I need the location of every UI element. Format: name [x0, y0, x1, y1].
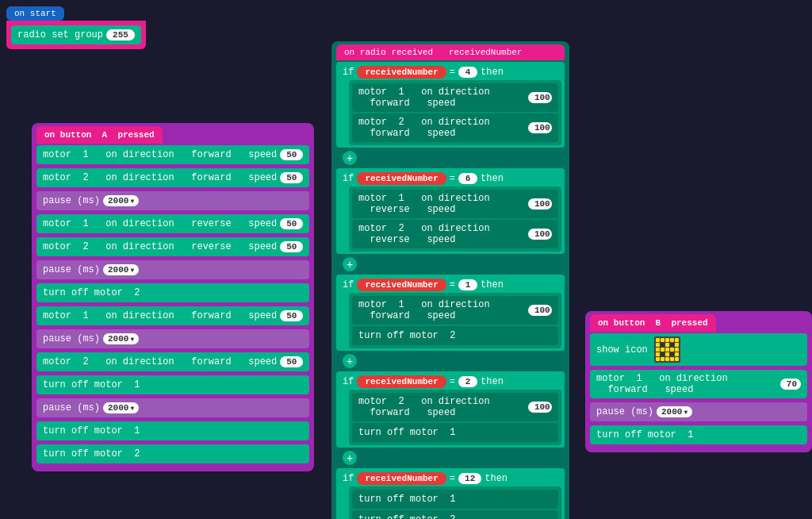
turn-off-motor1-r1: turn off motor 1: [352, 423, 558, 442]
motor1-forward-50-2: motor 1 on direction forward speed 50: [36, 306, 309, 325]
turn-off-motor2-r2: turn off motor 2: [352, 510, 558, 519]
if-inner-3: motor 1 on direction forward speed 100 t…: [349, 293, 561, 348]
turn-off-motor1-1: turn off motor 1: [36, 375, 309, 394]
add-button-3[interactable]: +: [343, 354, 357, 368]
on-radio-received-label: on radio received receivedNumber: [344, 48, 522, 57]
if-condition-2: if receivedNumber = 6 then: [339, 171, 561, 186]
val-1[interactable]: 1: [458, 279, 477, 290]
pause-2000-3: pause (ms) 2000 ▼: [36, 329, 309, 348]
turn-off-motor2-2: turn off motor 2: [36, 444, 309, 463]
button-a-outer: on button A pressed motor 1 on direction…: [32, 123, 314, 471]
if-block-4: if receivedNumber = 2 then motor 2 on di…: [336, 371, 565, 448]
on-button-a-hat: on button A pressed: [36, 126, 163, 144]
pause-2000-4: pause (ms) 2000 ▼: [36, 398, 309, 417]
if-condition-5: if receivedNumber = 12 then: [339, 471, 561, 486]
motor1-forward-100-1: motor 1 on direction forward speed 100: [352, 83, 558, 112]
received-number-var-1: receivedNumber: [357, 66, 446, 79]
received-number-var-5: receivedNumber: [357, 472, 446, 485]
motor1-reverse-100: motor 1 on direction reverse speed 100: [352, 190, 558, 218]
radio-set-group-text: radio set group: [17, 29, 103, 40]
add-btn-1[interactable]: +: [336, 148, 565, 167]
show-icon-block: show icon: [590, 333, 807, 366]
radio-group-value[interactable]: 255: [106, 29, 135, 40]
motor2-forward-50-1: motor 2 on direction forward speed 50: [36, 168, 309, 187]
if-condition-3: if receivedNumber = 1 then: [339, 277, 561, 293]
val-2[interactable]: 2: [458, 376, 477, 387]
if-inner-1: motor 1 on direction forward speed 100 m…: [349, 80, 561, 145]
icon-grid: [654, 336, 680, 363]
add-button-2[interactable]: +: [343, 257, 357, 271]
received-number-var-3: receivedNumber: [357, 279, 446, 291]
on-start-hat: on start: [6, 6, 64, 21]
if-condition-1: if receivedNumber = 4 then: [339, 64, 561, 80]
motor1-forward-70: motor 1 on direction forward speed 70: [590, 370, 807, 398]
motor2-reverse-100: motor 2 on direction reverse speed 100: [352, 220, 558, 248]
received-number-var-2: receivedNumber: [357, 172, 446, 185]
motor2-forward-100-2: motor 2 on direction forward speed 100: [352, 393, 558, 421]
if-condition-4: if receivedNumber = 2 then: [339, 374, 561, 390]
if-block-2: if receivedNumber = 6 then motor 1 on di…: [336, 168, 565, 254]
motor1-reverse-50: motor 1 on direction reverse speed 50: [36, 214, 309, 233]
if-inner-5: turn off motor 1 turn off motor 2: [349, 486, 561, 519]
if-inner-4: motor 2 on direction forward speed 100 t…: [349, 390, 561, 445]
if-block-3: if receivedNumber = 1 then motor 1 on di…: [336, 275, 565, 351]
on-button-b-hat: on button B pressed: [590, 314, 716, 332]
pause-2000-1: pause (ms) 2000 ▼: [36, 191, 309, 210]
add-button-4[interactable]: +: [343, 451, 357, 465]
radio-received-outer: on radio received receivedNumber if rece…: [331, 41, 569, 519]
pause-2000-2: pause (ms) 2000 ▼: [36, 260, 309, 279]
pause-2000-b: pause (ms) 2000 ▼: [590, 402, 807, 421]
on-button-a-container: on button A pressed motor 1 on direction…: [32, 123, 314, 471]
on-radio-received-hat: on radio received receivedNumber: [336, 44, 565, 60]
on-start-label: on start: [14, 9, 56, 18]
add-button-1[interactable]: +: [343, 151, 357, 165]
val-12[interactable]: 12: [458, 473, 481, 484]
if-inner-2: motor 1 on direction reverse speed 100 m…: [349, 186, 561, 252]
motor2-forward-50-2: motor 2 on direction forward speed 50: [36, 352, 309, 371]
val-4[interactable]: 4: [458, 67, 477, 78]
radio-set-group-block: radio set group 255: [11, 25, 141, 44]
add-btn-4[interactable]: +: [336, 448, 565, 467]
on-button-a-label: on button A pressed: [44, 130, 155, 140]
received-number-var-4: receivedNumber: [357, 375, 446, 388]
turn-off-motor2-1: turn off motor 2: [36, 283, 309, 302]
on-button-b-container: on button B pressed show icon: [585, 311, 812, 452]
if-block-1: if receivedNumber = 4 then motor 1 on di…: [336, 62, 565, 148]
turn-off-motor1-2: turn off motor 1: [36, 421, 309, 440]
on-radio-received-container: on radio received receivedNumber if rece…: [331, 41, 569, 519]
add-btn-2[interactable]: +: [336, 255, 565, 274]
motor2-reverse-50: motor 2 on direction reverse speed 50: [36, 237, 309, 256]
val-6[interactable]: 6: [458, 173, 477, 184]
turn-off-motor2-r1: turn off motor 2: [352, 326, 558, 345]
turn-off-motor1-r2: turn off motor 1: [352, 490, 558, 509]
if-block-5: if receivedNumber = 12 then turn off mot…: [336, 468, 565, 519]
button-b-outer: on button B pressed show icon: [585, 311, 812, 452]
on-button-b-label: on button B pressed: [598, 318, 708, 328]
motor1-forward-50-1: motor 1 on direction forward speed 50: [36, 145, 309, 164]
motor1-forward-100-2: motor 1 on direction forward speed 100: [352, 296, 558, 325]
motor2-forward-100-1: motor 2 on direction forward speed 100: [352, 113, 558, 142]
add-btn-3[interactable]: +: [336, 352, 565, 371]
on-start-container: on start radio set group 255: [6, 6, 146, 49]
turn-off-motor1-b: turn off motor 1: [590, 425, 807, 444]
